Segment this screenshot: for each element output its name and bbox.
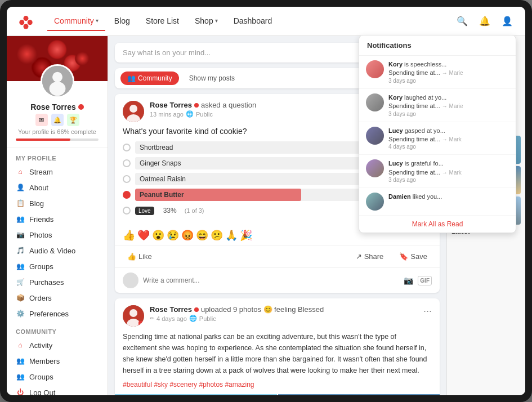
- share-button[interactable]: ↗ Share: [351, 250, 388, 263]
- like-button[interactable]: 👍 Like: [123, 250, 157, 263]
- svg-point-11: [129, 309, 137, 317]
- poll-bar: Oatmeal Raisin: [135, 173, 383, 185]
- sidebar-item-photos[interactable]: 📷 Photos: [7, 227, 108, 243]
- nav-blog[interactable]: Blog: [108, 12, 137, 31]
- svg-point-5: [52, 72, 62, 82]
- sidebar-item-about[interactable]: 👤 About: [7, 180, 108, 195]
- sidebar-item-members[interactable]: 👥 Members: [7, 353, 108, 369]
- verified-badge: [194, 103, 199, 108]
- community-tab-icon: 👥: [127, 74, 136, 82]
- activity-icon: ⌂: [16, 341, 25, 350]
- poll-radio[interactable]: [123, 191, 131, 199]
- sidebar-item-community-groups[interactable]: 👥 Groups: [7, 369, 108, 385]
- heart-reaction[interactable]: ❤️: [137, 229, 150, 242]
- sidebar-item-purchases[interactable]: 🛒 Purchases: [7, 274, 108, 290]
- svg-point-3: [24, 24, 29, 29]
- notif-item[interactable]: Kory is speechless... Spending time at..…: [359, 56, 516, 89]
- nav-community[interactable]: Community ▾: [47, 12, 105, 31]
- poll-bar: Ginger Snaps: [135, 157, 383, 169]
- groups-icon: 👥: [16, 262, 25, 271]
- post-meta-2: ✏ 4 days ago 🌐 Public: [150, 315, 418, 322]
- poll-radio[interactable]: [123, 207, 131, 215]
- avatar[interactable]: [41, 64, 74, 98]
- post-photo-2[interactable]: [278, 394, 440, 395]
- friends-icon: 👥: [16, 215, 25, 224]
- sidebar-item-activity[interactable]: ⌂ Activity: [7, 337, 108, 353]
- edit-badge: ✏: [138, 321, 144, 327]
- music-icon: 🎵: [16, 246, 25, 255]
- navbar: Community ▾ Blog Store List Shop ▾ Dashb…: [7, 7, 525, 36]
- community-groups-icon: 👥: [16, 372, 25, 381]
- nav-dashboard[interactable]: Dashboard: [227, 12, 279, 31]
- device-frame: Community ▾ Blog Store List Shop ▾ Dashb…: [0, 0, 532, 402]
- nav-shop[interactable]: Shop ▾: [188, 12, 225, 31]
- poll-bar: Peanut Butter: [135, 189, 383, 201]
- post-photo-1[interactable]: [115, 394, 277, 395]
- celebrate-reaction[interactable]: 🎉: [240, 229, 252, 242]
- sidebar-item-blog[interactable]: 📋 Blog: [7, 195, 108, 211]
- comment-input[interactable]: [143, 276, 399, 284]
- progress-bar: [16, 139, 99, 141]
- thumbs-up-reaction[interactable]: 👍: [123, 229, 135, 242]
- logout-icon: ⏻: [16, 388, 25, 395]
- notif-avatar: [366, 159, 384, 177]
- chevron-down-icon: ▾: [215, 17, 218, 24]
- post-photos: [115, 394, 440, 395]
- post-avatar: [123, 101, 144, 122]
- camera-icon: 📷: [16, 230, 25, 239]
- verified-badge-2: [194, 307, 199, 312]
- sidebar-item-preferences[interactable]: ⚙️ Preferences: [7, 306, 108, 321]
- poll-radio[interactable]: [123, 159, 131, 167]
- sidebar-item-stream[interactable]: ⌂ Stream: [7, 164, 108, 180]
- notif-item[interactable]: Lucy gasped at yo... Spending time at...…: [359, 122, 516, 155]
- poll-radio[interactable]: [123, 144, 131, 151]
- post-actions: 👍 Like ↗ Share 🔖 Save: [115, 245, 440, 267]
- notif-item[interactable]: Kory laughed at yo... Spending time at..…: [359, 89, 516, 122]
- sidebar-item-orders[interactable]: 📦 Orders: [7, 290, 108, 306]
- notifications-title: Notifications: [359, 35, 516, 56]
- like-icon: 👍: [127, 252, 136, 261]
- notif-avatar: [366, 127, 384, 145]
- notif-item[interactable]: Damien liked you...: [359, 188, 516, 216]
- gif-icon[interactable]: GIF: [418, 276, 432, 285]
- screen: Community ▾ Blog Store List Shop ▾ Dashb…: [7, 7, 525, 395]
- home-icon: ⌂: [16, 167, 25, 176]
- chevron-down-icon: ▾: [96, 17, 99, 24]
- svg-point-8: [129, 105, 137, 113]
- mark-all-read-button[interactable]: Mark All as Read: [359, 216, 516, 233]
- notifications-button[interactable]: 🔔: [476, 12, 494, 30]
- notif-item[interactable]: Lucy is grateful fo... Spending time at.…: [359, 155, 516, 188]
- photo-icon[interactable]: 📷: [404, 276, 413, 285]
- profile-completion-text: Your profile is 66% complete: [7, 128, 108, 135]
- laugh-reaction[interactable]: 😄: [196, 229, 208, 242]
- progress-bar-fill: [16, 139, 70, 141]
- hmm-reaction[interactable]: 😕: [211, 229, 223, 242]
- save-button[interactable]: 🔖 Save: [395, 250, 432, 263]
- user-menu-button[interactable]: 👤: [498, 12, 516, 30]
- tab-community[interactable]: 👥 Community: [120, 72, 179, 85]
- svg-point-6: [49, 82, 65, 96]
- sidebar-item-friends[interactable]: 👥 Friends: [7, 211, 108, 227]
- poll-radio[interactable]: [123, 175, 131, 183]
- sidebar-item-audio-video[interactable]: 🎵 Audio & Video: [7, 243, 108, 258]
- comment-avatar: [123, 273, 138, 288]
- nav-store-list[interactable]: Store List: [139, 12, 186, 31]
- search-button[interactable]: 🔍: [453, 12, 471, 30]
- wow-reaction[interactable]: 😮: [152, 229, 164, 242]
- blog-icon: 📋: [16, 199, 25, 208]
- main-nav: Community ▾ Blog Store List Shop ▾ Dashb…: [47, 12, 453, 31]
- profile-badge-1: ✉: [35, 114, 48, 126]
- post-header-2: ✏ Rose Torres uploaded 9 photos 😊 feelin…: [115, 298, 440, 331]
- sidebar-item-logout[interactable]: ⏻ Log Out: [7, 385, 108, 395]
- profile-badge-2: 🔔: [51, 114, 64, 126]
- app-logo[interactable]: [16, 11, 36, 32]
- pray-reaction[interactable]: 🙏: [225, 229, 238, 242]
- post-more-button[interactable]: ···: [423, 305, 432, 317]
- sidebar-item-groups[interactable]: 👥 Groups: [7, 258, 108, 274]
- post-username-2: Rose Torres uploaded 9 photos 😊 feeling …: [150, 305, 418, 314]
- sidebar: Rose Torres ✉ 🔔 🏆 Your profile is 66% co…: [7, 36, 108, 395]
- angry-reaction[interactable]: 😡: [181, 229, 194, 242]
- tab-show-my-posts[interactable]: Show my posts: [182, 72, 242, 85]
- navbar-actions: 🔍 🔔 👤: [453, 12, 516, 30]
- sad-reaction[interactable]: 😢: [167, 229, 179, 242]
